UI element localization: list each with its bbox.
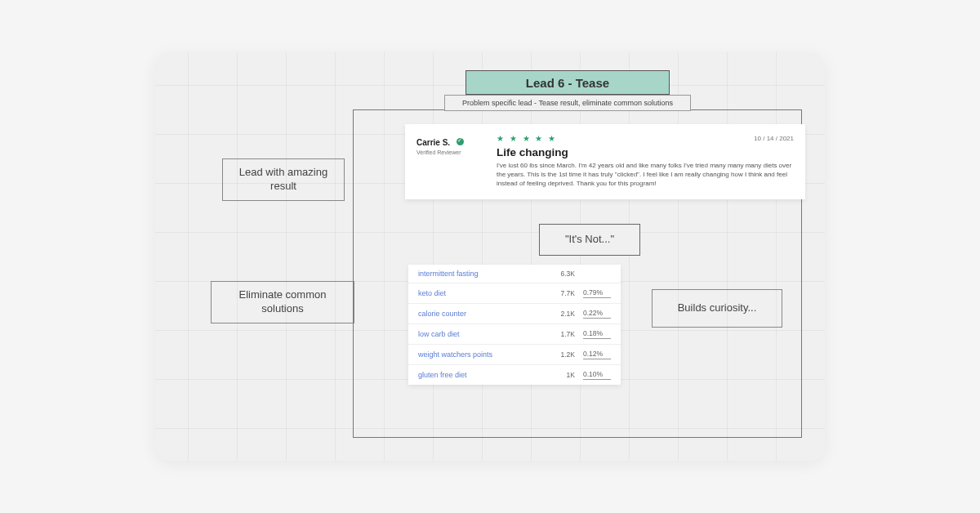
trend-row: intermittent fasting 6.3K [408, 265, 621, 283]
subtitle-box: Problem specific lead - Tease result, el… [444, 95, 691, 111]
label-curiosity-text: Builds curiosity... [678, 301, 757, 314]
title-box: Lead 6 - Tease [466, 70, 670, 95]
review-body: I've lost 60 lbs since March. I'm 42 yea… [497, 162, 794, 188]
trend-volume: 1K [547, 371, 575, 379]
trend-row: weight watchers points 1.2K 0.12% [408, 345, 621, 365]
diagram-canvas: Lead 6 - Tease Problem specific lead - T… [155, 52, 825, 461]
label-lead-result-text: Lead with amazing result [239, 166, 327, 192]
reviewer-name-line: Carrie S. [416, 134, 497, 149]
trend-percent: 0.79% [583, 288, 611, 298]
star-rating-icon: ★ ★ ★ ★ ★ [497, 134, 557, 143]
review-title: Life changing [497, 146, 794, 158]
review-date: 10 / 14 / 2021 [754, 135, 794, 142]
label-curiosity: Builds curiosity... [652, 289, 782, 328]
trend-term: calorie counter [418, 310, 547, 318]
title-text: Lead 6 - Tease [526, 76, 609, 90]
trend-row: keto diet 7.7K 0.79% [408, 283, 621, 304]
trend-term: weight watchers points [418, 350, 547, 359]
trend-volume: 1.7K [547, 330, 575, 338]
verified-label: Verified Reviewer [416, 149, 497, 155]
label-lead-result: Lead with amazing result [222, 158, 345, 201]
trend-row: gluten free diet 1K 0.10% [408, 365, 621, 385]
trend-row: calorie counter 2.1K 0.22% [408, 304, 621, 324]
trend-percent [583, 274, 611, 274]
label-its-not: "It's Not..." [539, 224, 640, 256]
verified-badge-icon [457, 138, 464, 145]
subtitle-text: Problem specific lead - Tease result, el… [462, 99, 673, 107]
trend-volume: 7.7K [547, 289, 575, 297]
trend-percent: 0.10% [583, 370, 611, 380]
review-content: ★ ★ ★ ★ ★ 10 / 14 / 2021 Life changing I… [497, 134, 794, 188]
search-trends-card: intermittent fasting 6.3K keto diet 7.7K… [408, 265, 621, 385]
review-top-row: ★ ★ ★ ★ ★ 10 / 14 / 2021 [497, 134, 794, 143]
label-eliminate: Eliminate common solutions [211, 281, 354, 323]
trend-term: intermittent fasting [418, 270, 547, 278]
trend-percent: 0.22% [583, 309, 611, 319]
trend-row: low carb diet 1.7K 0.18% [408, 324, 621, 345]
reviewer-name: Carrie S. [416, 138, 450, 147]
trend-volume: 1.2K [547, 350, 575, 359]
review-card: Carrie S. Verified Reviewer ★ ★ ★ ★ ★ 10… [405, 124, 805, 199]
trend-percent: 0.12% [583, 350, 611, 359]
label-eliminate-text: Eliminate common solutions [239, 288, 327, 314]
trend-term: keto diet [418, 289, 547, 297]
trend-volume: 6.3K [547, 270, 575, 278]
trend-volume: 2.1K [547, 310, 575, 318]
label-its-not-text: "It's Not..." [565, 233, 614, 245]
trend-term: gluten free diet [418, 371, 547, 379]
trend-percent: 0.18% [583, 329, 611, 339]
review-author-block: Carrie S. Verified Reviewer [416, 134, 497, 188]
trend-term: low carb diet [418, 330, 547, 338]
